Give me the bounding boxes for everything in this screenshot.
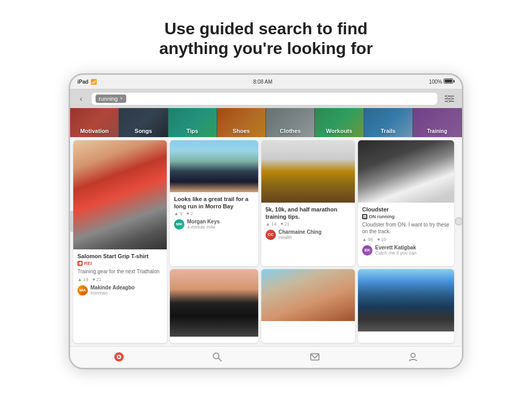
- pin-save-stat-2: ▲ 9: [174, 211, 182, 216]
- search-nav-icon: [212, 352, 222, 362]
- pin-image-1: [73, 140, 167, 249]
- svg-point-15: [411, 353, 415, 357]
- pin-stats-1: ▲ 14 ♥ 21: [77, 277, 163, 282]
- pin-save-stat-4: ▲ 96: [362, 237, 373, 242]
- search-field[interactable]: running ×: [91, 92, 438, 105]
- svg-point-11: [118, 356, 120, 358]
- ipad-home-button: [455, 217, 463, 225]
- pin-image-3: [261, 140, 355, 203]
- nav-messages[interactable]: [307, 349, 323, 365]
- pin-source-row-1: REI: [77, 261, 163, 266]
- pin-source-icon-4: O: [362, 214, 367, 219]
- status-right: 100%: [429, 78, 455, 85]
- pin-avatar-1: MA: [77, 285, 88, 296]
- pin-info-3: 5k, 10k, and half marathon training tips…: [261, 203, 355, 245]
- ipad-screen: ‹ running ×: [70, 89, 462, 368]
- search-tag-close[interactable]: ×: [120, 96, 123, 101]
- pin-title-1: Salomon Start Grip T-shirt: [77, 252, 163, 260]
- pin-source-row-4: O ON running: [362, 214, 450, 219]
- pin-info-4: Cloudster O ON running Cloudster from ON…: [358, 203, 454, 260]
- category-label-shoes: Shoes: [233, 128, 250, 134]
- pin-stats-2: ▲ 9 ♥ 2: [174, 211, 254, 216]
- svg-point-5: [447, 100, 449, 102]
- pin-info-1: Salomon Start Grip T-shirt REI Training …: [73, 249, 167, 300]
- back-button[interactable]: ‹: [75, 93, 87, 104]
- content-grid: Salomon Start Grip T-shirt REI Training …: [70, 137, 462, 346]
- pin-card-5[interactable]: [170, 269, 258, 343]
- bottom-nav: [70, 346, 462, 368]
- pin-user-row-4: EK Everett Katigbak Catch me if you can: [362, 245, 450, 256]
- category-chip-training[interactable]: Training: [413, 108, 462, 137]
- status-time: 8:08 AM: [254, 79, 273, 85]
- pin-user-row-2: MK Morgan Keys 4-minute mile: [174, 219, 254, 230]
- pin-username-2: Morgan Keys: [187, 219, 220, 224]
- search-bar: ‹ running ×: [70, 89, 462, 108]
- ipad-side-button-left: [69, 211, 73, 232]
- pin-heart-stat-2: ♥ 2: [187, 211, 193, 216]
- profile-nav-icon: [408, 352, 418, 362]
- pin-avatar-3: CC: [265, 230, 276, 240]
- category-chip-shoes[interactable]: Shoes: [217, 108, 266, 137]
- search-tag-label: running: [99, 96, 118, 102]
- nav-home[interactable]: [111, 349, 127, 365]
- pin-info-2: Looks like a great trail for a long run …: [170, 192, 258, 234]
- nav-search[interactable]: [209, 349, 225, 365]
- svg-point-3: [446, 95, 448, 97]
- pin-user-label-4: Catch me if you can: [375, 250, 417, 256]
- pin-user-info-4: Everett Katigbak Catch me if you can: [375, 245, 417, 256]
- category-chip-clothes[interactable]: Clothes: [266, 108, 315, 137]
- pin-image-5: [170, 269, 258, 337]
- home-nav-icon: [113, 351, 125, 363]
- pin-card-2[interactable]: Looks like a great trail for a long run …: [170, 140, 258, 266]
- pin-user-row-1: MA Makinde Adeagbo Ironman: [77, 285, 163, 296]
- pin-username-1: Makinde Adeagbo: [90, 285, 135, 290]
- category-chip-songs[interactable]: Songs: [119, 108, 168, 137]
- category-label-motivation: Motivation: [80, 128, 109, 134]
- category-chip-tips[interactable]: Tips: [168, 108, 217, 137]
- device-label: iPad: [77, 79, 88, 85]
- pin-image-6: [261, 269, 355, 321]
- filter-icon: [445, 95, 454, 102]
- pin-user-row-3: CC Charmaine Ching Health: [265, 229, 351, 240]
- pin-username-4: Everett Katigbak: [375, 245, 417, 250]
- battery-label: 100%: [429, 79, 443, 85]
- pin-image-4: [358, 140, 454, 203]
- wifi-icon: 📶: [90, 79, 97, 85]
- category-chip-workouts[interactable]: Workouts: [315, 108, 364, 137]
- svg-point-4: [450, 98, 452, 100]
- category-label-training: Training: [427, 128, 447, 134]
- pin-card-4[interactable]: Cloudster O ON running Cloudster from ON…: [358, 140, 454, 266]
- pin-source-icon-1: [77, 261, 83, 266]
- headline: Use guided search to find anything you'r…: [149, 0, 383, 73]
- category-chip-trails[interactable]: Trails: [364, 108, 413, 137]
- category-label-clothes: Clothes: [280, 128, 300, 134]
- category-label-tips: Tips: [187, 128, 198, 134]
- pin-avatar-2: MK: [174, 219, 184, 230]
- pin-card-6[interactable]: [261, 269, 355, 343]
- headline-line2: anything you're looking for: [159, 39, 373, 58]
- search-tag: running ×: [96, 95, 126, 103]
- category-label-workouts: Workouts: [326, 128, 353, 134]
- pin-card-3[interactable]: 5k, 10k, and half marathon training tips…: [261, 140, 355, 266]
- category-chip-motivation[interactable]: Motivation: [70, 108, 119, 137]
- pin-user-info-2: Morgan Keys 4-minute mile: [187, 219, 220, 230]
- pin-save-stat-3: ▲ 14: [265, 221, 276, 227]
- category-label-songs: Songs: [135, 128, 152, 134]
- pin-title-3: 5k, 10k, and half marathon training tips…: [265, 206, 351, 221]
- battery-icon: [444, 78, 455, 84]
- status-left: iPad 📶: [77, 79, 97, 85]
- pin-user-info-3: Charmaine Ching Health: [278, 229, 322, 240]
- pin-desc-4: Cloudster from ON. I want to try these o…: [362, 221, 450, 235]
- pin-stats-3: ▲ 14 ♥ 21: [265, 221, 351, 227]
- pin-card-1[interactable]: Salomon Start Grip T-shirt REI Training …: [73, 140, 167, 343]
- pin-title-2: Looks like a great trail for a long run …: [174, 195, 254, 210]
- pin-heart-stat-3: ♥ 21: [281, 221, 289, 227]
- nav-profile[interactable]: [405, 349, 421, 365]
- category-label-trails: Trails: [381, 128, 396, 134]
- pin-stats-4: ▲ 96 ♥ 10: [362, 237, 450, 242]
- back-icon: ‹: [80, 95, 83, 103]
- pin-heart-stat-4: ♥ 10: [377, 237, 386, 242]
- filter-button[interactable]: [442, 91, 457, 106]
- messages-nav-icon: [310, 352, 320, 362]
- pin-card-7[interactable]: [358, 269, 454, 343]
